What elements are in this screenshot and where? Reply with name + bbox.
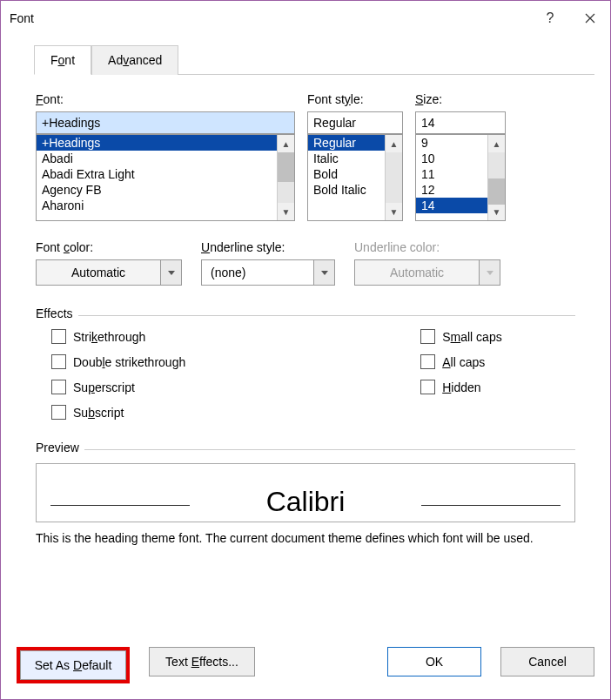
font-style-label: Font style: [307, 92, 403, 106]
text-effects-button[interactable]: Text Effects... [149, 647, 255, 676]
list-item[interactable]: 9 [416, 135, 487, 151]
cancel-button[interactable]: Cancel [500, 647, 594, 676]
tab-bar: Font Advanced [34, 44, 594, 75]
font-input[interactable] [36, 111, 295, 134]
tab-advanced[interactable]: Advanced [91, 45, 178, 75]
highlight-marker: Set As Default [17, 647, 130, 683]
preview-text: Calibri [266, 486, 346, 518]
font-color-combo[interactable]: Automatic [36, 259, 182, 286]
button-bar: Set As Default Text Effects... OK Cancel [1, 638, 610, 699]
preview-header: Preview [36, 441, 79, 454]
list-item[interactable]: Abadi Extra Light [37, 166, 277, 182]
small-caps-check[interactable]: Small caps [420, 329, 501, 344]
list-item[interactable]: Aharoni [37, 198, 277, 213]
scroll-up-icon[interactable]: ▲ [386, 135, 402, 152]
font-label: Font: [36, 92, 295, 106]
title-bar: Font ? [1, 1, 610, 36]
list-item[interactable]: Bold [308, 166, 385, 182]
list-item[interactable]: 14 [416, 198, 487, 213]
close-button[interactable] [570, 2, 610, 35]
chevron-down-icon[interactable] [160, 260, 181, 285]
underline-color-combo: Automatic [354, 259, 500, 286]
scroll-down-icon[interactable]: ▼ [488, 203, 505, 220]
scrollbar[interactable]: ▲ ▼ [487, 135, 505, 220]
size-input[interactable] [415, 111, 506, 134]
effects-header: Effects [36, 306, 73, 320]
chevron-down-icon[interactable] [313, 260, 334, 285]
scroll-down-icon[interactable]: ▼ [278, 203, 294, 220]
preview-box: Calibri [36, 463, 575, 522]
double-strikethrough-check[interactable]: Double strikethrough [51, 354, 185, 369]
help-button[interactable]: ? [530, 2, 570, 35]
list-item[interactable]: Italic [308, 151, 385, 166]
list-item[interactable]: Regular [308, 135, 385, 151]
font-style-input[interactable] [307, 111, 403, 134]
font-list[interactable]: +Headings Abadi Abadi Extra Light Agency… [36, 134, 295, 221]
size-list[interactable]: 9 10 11 12 14 ▲ ▼ [415, 134, 506, 221]
list-item[interactable]: Agency FB [37, 182, 277, 198]
scroll-up-icon[interactable]: ▲ [488, 135, 505, 152]
strikethrough-check[interactable]: Strikethrough [51, 329, 185, 344]
list-item[interactable]: 11 [416, 166, 487, 182]
scroll-down-icon[interactable]: ▼ [386, 203, 402, 220]
subscript-check[interactable]: Subscript [51, 405, 185, 420]
scrollbar[interactable]: ▲ ▼ [277, 135, 294, 220]
hidden-check[interactable]: Hidden [420, 380, 501, 394]
list-item[interactable]: 10 [416, 151, 487, 166]
dialog-title: Font [10, 11, 530, 25]
underline-style-label: Underline style: [201, 240, 335, 254]
font-dialog: Font ? Font Advanced Font: +Headings Aba… [1, 1, 610, 699]
ok-button[interactable]: OK [387, 647, 481, 676]
underline-style-combo[interactable]: (none) [201, 259, 335, 286]
superscript-check[interactable]: Superscript [51, 380, 185, 394]
set-as-default-button[interactable]: Set As Default [20, 650, 126, 680]
list-item[interactable]: +Headings [37, 135, 277, 151]
close-icon [585, 13, 595, 24]
preview-description: This is the heading theme font. The curr… [36, 531, 575, 545]
font-color-label: Font color: [36, 240, 182, 254]
list-item[interactable]: Abadi [37, 151, 277, 166]
scroll-up-icon[interactable]: ▲ [278, 135, 294, 152]
tab-font[interactable]: Font [34, 45, 91, 75]
list-item[interactable]: 12 [416, 182, 487, 198]
list-item[interactable]: Bold Italic [308, 182, 385, 198]
size-label: Size: [415, 92, 506, 106]
underline-color-label: Underline color: [354, 240, 500, 254]
all-caps-check[interactable]: All caps [420, 354, 501, 369]
chevron-down-icon [479, 260, 500, 285]
font-style-list[interactable]: Regular Italic Bold Bold Italic ▲ ▼ [307, 134, 403, 221]
scrollbar[interactable]: ▲ ▼ [385, 135, 402, 220]
